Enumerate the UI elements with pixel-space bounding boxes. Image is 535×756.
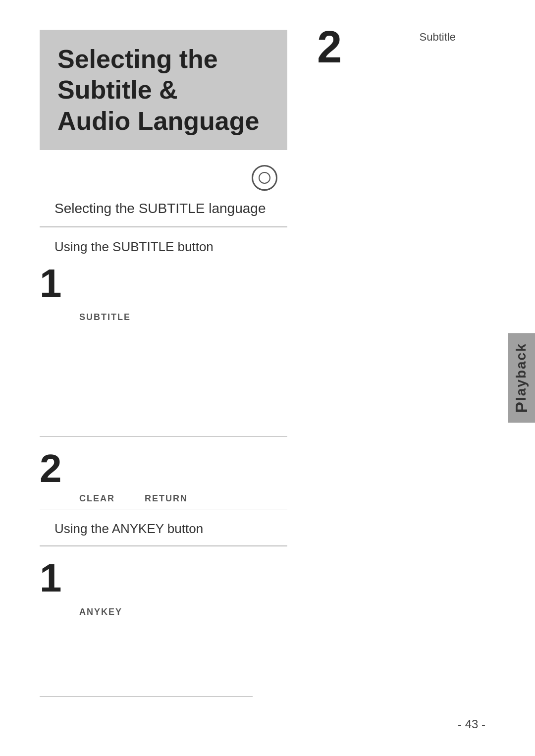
subtitle-button-header: Using the SUBTITLE button: [40, 239, 337, 255]
side-tab: Playback: [508, 333, 535, 423]
subtitle-icon: [252, 165, 277, 191]
divider-4: [40, 545, 287, 546]
clear-label: CLEAR: [79, 493, 115, 504]
content-space: [40, 327, 337, 436]
step2-section: 2 CLEAR RETURN: [40, 449, 337, 504]
return-label: RETURN: [145, 493, 188, 504]
step2-number: 2: [40, 449, 337, 488]
main-content: Selecting the SUBTITLE language Using th…: [40, 165, 337, 617]
page-title: Selecting the Subtitle & Audio Language: [57, 44, 269, 136]
step1-label: SUBTITLE: [40, 312, 337, 323]
anykey-button-header: Using the ANYKEY button: [40, 521, 337, 537]
anykey-section: Using the ANYKEY button 1 ANYKEY: [40, 521, 337, 617]
anykey-step1-number: 1: [40, 558, 62, 598]
step1-row: 1: [40, 264, 337, 308]
divider-3: [40, 509, 287, 509]
side-tab-text: Playback: [512, 343, 531, 413]
clear-return-labels: CLEAR RETURN: [40, 493, 337, 504]
chapter-number: 2: [317, 25, 342, 69]
page-container: Subtitle Selecting the Subtitle & Audio …: [0, 0, 535, 756]
page-number: - 43 -: [458, 717, 485, 731]
divider-2: [40, 436, 287, 437]
icon-area: [40, 165, 287, 191]
bottom-divider: [40, 696, 253, 697]
header-section: Selecting the Subtitle & Audio Language …: [40, 30, 495, 150]
subtitle-label-top: Subtitle: [420, 31, 456, 44]
divider-1: [40, 226, 287, 227]
anykey-step1-label: ANYKEY: [40, 607, 337, 617]
title-box: Selecting the Subtitle & Audio Language: [40, 30, 287, 150]
anykey-step1-row: 1: [40, 558, 337, 603]
step1-number: 1: [40, 264, 62, 303]
selecting-subtitle-text: Selecting the SUBTITLE language: [40, 201, 337, 216]
